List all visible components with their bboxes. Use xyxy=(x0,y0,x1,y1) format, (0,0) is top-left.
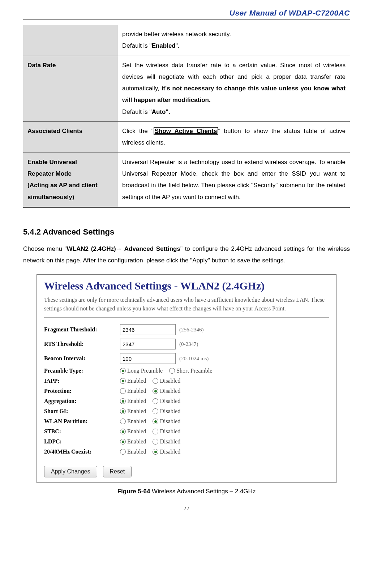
radio-shortgi-enabled[interactable]: Enabled xyxy=(120,408,146,415)
radio-dot-selected-icon xyxy=(153,419,158,424)
input-beacon[interactable] xyxy=(120,353,176,364)
reset-button[interactable]: Reset xyxy=(103,466,132,477)
param-label-datarate: Data Rate xyxy=(23,56,118,121)
radio-dot-selected-icon xyxy=(120,368,126,374)
radio-dot-selected-icon xyxy=(120,429,126,434)
param-label-repeater: Enable Universal Repeater Mode (Acting a… xyxy=(23,153,118,207)
figure-caption: Figure 5-64 Wireless Advanced Settings –… xyxy=(23,488,350,495)
radio-iapp-enabled[interactable]: Enabled xyxy=(120,378,146,384)
label-protection: Protection: xyxy=(44,388,120,394)
radio-dot-icon xyxy=(120,388,126,394)
desc-default: Default is "Enabled". xyxy=(122,40,346,52)
text: Click the " xyxy=(122,128,154,134)
radio-dot-icon xyxy=(153,408,158,414)
hint-beacon: (20-1024 ms) xyxy=(179,356,209,362)
screenshot-panel: Wireless Advanced Settings - WLAN2 (2.4G… xyxy=(37,274,336,483)
radio-dot-selected-icon xyxy=(153,449,158,455)
radio-dot-selected-icon xyxy=(120,398,126,404)
row-aggregation: Aggregation: Enabled Disabled xyxy=(44,398,329,404)
panel-title: Wireless Advanced Settings - WLAN2 (2.4G… xyxy=(44,280,329,292)
input-rts[interactable] xyxy=(120,339,176,349)
radio-label: Disabled xyxy=(160,408,180,415)
radio-dot-icon xyxy=(169,368,175,374)
radio-label: Enabled xyxy=(127,448,146,455)
radio-stbc-enabled[interactable]: Enabled xyxy=(120,428,146,435)
label-stbc: STBC: xyxy=(44,428,120,435)
param-desc-repeater: Universal Repeater is a technology used … xyxy=(118,153,350,207)
row-iapp: IAPP: Enabled Disabled xyxy=(44,378,329,384)
text: ". xyxy=(176,42,180,49)
label-aggregation: Aggregation: xyxy=(44,398,120,404)
panel-divider xyxy=(44,317,329,318)
radio-dot-selected-icon xyxy=(153,388,158,394)
radio-stbc-disabled[interactable]: Disabled xyxy=(153,428,180,435)
radio-label: Enabled xyxy=(127,398,146,404)
radio-dot-icon xyxy=(153,398,158,404)
radio-iapp-disabled[interactable]: Disabled xyxy=(153,378,180,384)
label-coexist: 20/40MHz Coexist: xyxy=(44,448,120,455)
label-line: simultaneously) xyxy=(27,192,113,203)
label-shortgi: Short GI: xyxy=(44,408,120,415)
manual-header: User Manual of WDAP-C7200AC xyxy=(23,9,350,17)
radio-shortgi-disabled[interactable]: Disabled xyxy=(153,408,180,415)
panel-desc: These settings are only for more technic… xyxy=(44,296,329,313)
radio-protection-enabled[interactable]: Enabled xyxy=(120,388,146,394)
text: . xyxy=(168,108,170,115)
input-fragment[interactable] xyxy=(120,324,176,335)
bold-text: Auto" xyxy=(152,108,169,115)
row-beacon: Beacon Interval: (20-1024 ms) xyxy=(44,353,329,364)
radio-dot-selected-icon xyxy=(120,439,126,445)
radio-aggregation-enabled[interactable]: Enabled xyxy=(120,398,146,404)
param-desc-clients: Click the "Show Active Clients" button t… xyxy=(118,122,350,153)
radio-short-preamble[interactable]: Short Preamble xyxy=(169,368,212,374)
label-rts: RTS Threshold: xyxy=(44,341,120,347)
hint-fragment: (256-2346) xyxy=(179,327,204,333)
radio-ldpc-disabled[interactable]: Disabled xyxy=(153,438,180,445)
page-number: 77 xyxy=(23,505,350,511)
param-label-empty xyxy=(23,25,118,56)
label-partition: WLAN Partition: xyxy=(44,418,120,425)
radio-partition-disabled[interactable]: Disabled xyxy=(153,418,180,425)
radio-aggregation-disabled[interactable]: Disabled xyxy=(153,398,180,404)
figure-number: Figure 5-64 xyxy=(117,488,150,495)
radio-label: Short Preamble xyxy=(176,368,212,374)
label-iapp: IAPP: xyxy=(44,378,120,384)
row-fragment: Fragment Threshold: (256-2346) xyxy=(44,324,329,335)
radio-dot-icon xyxy=(153,378,158,384)
label-line: Enable Universal xyxy=(27,156,113,168)
table-bottom-rule xyxy=(23,207,350,209)
radio-label: Enabled xyxy=(127,418,146,425)
bold-text: Advanced Settings xyxy=(122,245,180,252)
radio-label: Disabled xyxy=(160,388,180,394)
bold-text: WLAN2 (2.4GHz) xyxy=(67,245,116,252)
radio-protection-disabled[interactable]: Disabled xyxy=(153,388,180,394)
apply-changes-button[interactable]: Apply Changes xyxy=(44,466,97,477)
radio-dot-icon xyxy=(153,429,158,434)
row-coexist: 20/40MHz Coexist: Enabled Disabled xyxy=(44,448,329,455)
show-active-clients-button[interactable]: Show Active Clients xyxy=(154,127,218,135)
radio-label: Disabled xyxy=(160,378,180,384)
text: Choose menu " xyxy=(23,245,67,252)
radio-dot-selected-icon xyxy=(120,378,126,384)
desc-default: Default is "Auto". xyxy=(122,106,346,118)
radio-label: Enabled xyxy=(127,388,146,394)
radio-coexist-enabled[interactable]: Enabled xyxy=(120,448,146,455)
radio-label: Disabled xyxy=(160,438,180,445)
text: Default is " xyxy=(122,42,152,49)
desc-line: provide better wireless network security… xyxy=(122,29,346,40)
radio-label: Long Preamble xyxy=(127,368,163,374)
parameter-table: provide better wireless network security… xyxy=(23,25,350,207)
radio-partition-enabled[interactable]: Enabled xyxy=(120,418,146,425)
radio-dot-icon xyxy=(153,439,158,445)
label-fragment: Fragment Threshold: xyxy=(44,326,120,333)
bold-text: Enabled xyxy=(152,42,176,49)
radio-label: Disabled xyxy=(160,418,180,425)
label-preamble: Preamble Type: xyxy=(44,368,120,374)
radio-long-preamble[interactable]: Long Preamble xyxy=(120,368,163,374)
radio-label: Disabled xyxy=(160,398,180,404)
row-partition: WLAN Partition: Enabled Disabled xyxy=(44,418,329,425)
radio-coexist-disabled[interactable]: Disabled xyxy=(153,448,180,455)
radio-dot-icon xyxy=(120,419,126,424)
radio-ldpc-enabled[interactable]: Enabled xyxy=(120,438,146,445)
header-rule xyxy=(23,19,350,21)
